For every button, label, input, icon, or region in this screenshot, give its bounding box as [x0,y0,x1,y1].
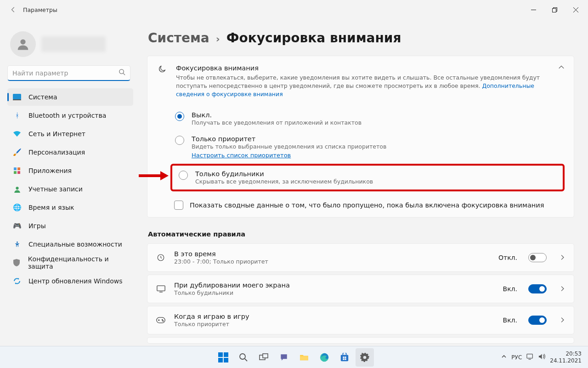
chevron-right-icon[interactable] [560,316,565,325]
person-icon [13,185,21,193]
rule-during-hours[interactable]: В это время 23:00 - 7:00; Только приорит… [147,243,574,272]
option-off[interactable]: Выкл. Получать все уведомления от прилож… [157,107,565,131]
sidebar-item-label: Учетные записи [28,185,83,193]
rule-title: В это время [174,250,490,258]
minimize-button[interactable] [523,2,544,17]
option-alarms-only[interactable]: Только будильники Скрывать все уведомлен… [170,164,565,191]
network-tray-icon[interactable] [526,353,534,361]
language-indicator[interactable]: РУС [511,354,522,361]
sidebar-item-label: Конфиденциальность и защита [28,255,128,270]
chevron-up-icon[interactable] [558,63,565,72]
rule-title: Когда я играю в игру [174,313,495,320]
svg-rect-23 [263,354,268,358]
option-title: Только будильники [195,170,373,178]
sidebar-item-network[interactable]: Сеть и Интернет [7,125,133,143]
sidebar-item-gaming[interactable]: 🎮 Игры [7,217,133,235]
user-account-row[interactable] [10,31,133,57]
breadcrumb-parent[interactable]: Система [148,30,209,46]
customize-priority-link[interactable]: Настроить список приоритетов [192,152,291,159]
svg-rect-28 [345,356,346,358]
sidebar-item-privacy[interactable]: Конфиденциальность и защита [7,254,133,271]
start-button[interactable] [214,348,232,367]
rule-sub: Только будильники [174,289,495,296]
rule-state: Вкл. [503,285,517,293]
sidebar-item-accessibility[interactable]: Специальные возможности [7,236,133,253]
apps-icon [13,167,21,175]
show-summary-checkbox-row[interactable]: Показать сводные данные о том, что было … [147,194,574,217]
option-sub: Видеть только выбранные уведомления из с… [192,143,386,150]
search-box[interactable] [7,65,130,81]
task-view-icon[interactable] [254,348,273,367]
chevron-right-icon[interactable] [560,285,565,293]
svg-rect-17 [218,352,223,357]
svg-point-3 [119,69,124,74]
radio-icon[interactable] [179,171,188,180]
sidebar-item-label: Bluetooth и устройства [28,112,106,119]
rule-duplicating-display[interactable]: При дублировании моего экрана Только буд… [147,275,574,303]
svg-point-11 [16,241,17,242]
option-sub: Получать все уведомления от приложений и… [192,119,362,126]
svg-point-21 [240,354,245,359]
svg-point-2 [20,39,25,44]
svg-rect-7 [17,167,20,170]
sidebar-item-bluetooth[interactable]: ᚼ Bluetooth и устройства [7,107,133,124]
back-button[interactable] [7,4,19,16]
volume-tray-icon[interactable] [538,353,545,361]
sidebar-item-label: Персонализация [28,149,85,156]
rule-playing-game[interactable]: Когда я играю в игру Только приоритет Вк… [147,306,574,334]
chat-icon[interactable] [275,348,293,367]
gamepad-icon: 🎮 [13,222,21,230]
svg-rect-8 [14,171,17,174]
gamepad-icon [156,317,166,323]
taskbar-clock[interactable]: 20:53 24.11.2021 [550,351,582,364]
sidebar-item-personalization[interactable]: 🖌️ Персонализация [7,144,133,161]
svg-rect-30 [345,358,346,360]
sidebar-item-system[interactable]: Система [7,88,133,106]
breadcrumb: Система › Фокусировка внимания [148,30,574,46]
sidebar-item-label: Время и язык [28,204,74,211]
svg-rect-31 [527,354,532,358]
paintbrush-icon: 🖌️ [13,148,21,156]
toggle-switch[interactable] [528,316,547,325]
search-input[interactable] [12,69,119,77]
store-icon[interactable] [335,348,354,367]
radio-icon[interactable] [175,136,184,145]
checkbox-icon[interactable] [174,201,183,210]
focus-card-header[interactable]: Фокусировка внимания Чтобы не отвлекатьс… [147,56,574,106]
sidebar-item-apps[interactable]: Приложения [7,162,133,179]
svg-rect-24 [300,356,308,360]
wifi-icon [13,130,21,138]
maximize-button[interactable] [544,2,565,17]
sidebar-item-update[interactable]: Центр обновления Windows [7,272,133,290]
svg-rect-4 [13,94,21,99]
sidebar-item-accounts[interactable]: Учетные записи [7,180,133,198]
option-sub: Скрывать все уведомления, за исключением… [195,178,373,185]
app-title: Параметры [23,6,57,13]
sidebar-item-label: Специальные возможности [28,241,122,248]
sidebar-item-label: Сеть и Интернет [28,130,85,138]
breadcrumb-current: Фокусировка внимания [226,30,401,46]
taskbar-time: 20:53 [550,351,582,357]
svg-rect-29 [343,358,344,360]
rule-sub: Только приоритет [174,321,495,328]
edge-icon[interactable] [315,348,334,367]
toggle-switch[interactable] [528,253,547,262]
tray-overflow-icon[interactable] [501,354,507,361]
automatic-rules-heading: Автоматические правила [148,230,574,238]
toggle-switch[interactable] [528,284,547,293]
svg-rect-14 [157,318,165,323]
sidebar-item-time-language[interactable]: 🌐 Время и язык [7,199,133,216]
option-title: Выкл. [192,111,362,119]
close-button[interactable] [565,2,586,17]
settings-app-icon[interactable] [356,348,374,367]
taskbar-search-icon[interactable] [234,348,253,367]
rule-next-cut[interactable] [147,337,574,344]
svg-rect-9 [17,171,20,174]
svg-rect-6 [14,167,17,170]
option-priority-only[interactable]: Только приоритет Видеть только выбранные… [157,131,565,164]
radio-icon[interactable] [175,112,184,121]
file-explorer-icon[interactable] [295,348,313,367]
chevron-right-icon[interactable] [560,253,565,262]
chevron-right-icon: › [216,33,220,45]
display-icon [156,285,166,293]
